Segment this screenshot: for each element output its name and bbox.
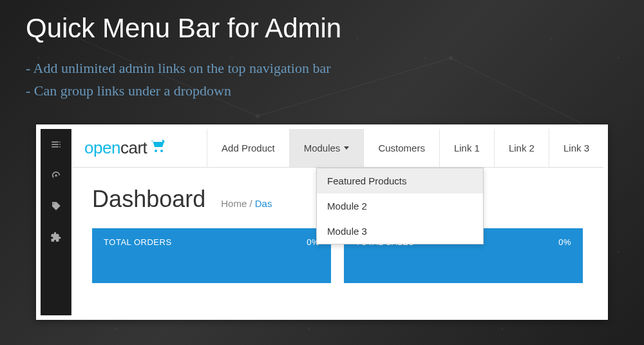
dropdown-item-module-3[interactable]: Module 3 bbox=[317, 219, 483, 244]
gauge-icon bbox=[50, 170, 62, 181]
main-panel: opencart Add Product Modules Customers L… bbox=[71, 129, 603, 315]
nav-link-3[interactable]: Link 3 bbox=[549, 129, 603, 167]
feature-list: - Add unlimited admin links on the top n… bbox=[0, 50, 644, 115]
breadcrumb-home[interactable]: Home bbox=[221, 198, 247, 209]
tag-icon bbox=[50, 201, 62, 212]
nav-label: Add Product bbox=[222, 143, 275, 153]
nav-add-product[interactable]: Add Product bbox=[207, 129, 289, 167]
nav-label: Modules bbox=[304, 143, 341, 153]
nav-label: Customers bbox=[378, 143, 425, 153]
stat-label: TOTAL ORDERS bbox=[104, 237, 171, 247]
sidebar-item-dashboard[interactable] bbox=[41, 160, 71, 191]
feature-item: - Add unlimited admin links on the top n… bbox=[26, 57, 618, 79]
sidebar-item-catalog[interactable] bbox=[41, 191, 71, 222]
sidebar-item-extensions[interactable] bbox=[41, 222, 71, 253]
puzzle-icon bbox=[50, 232, 62, 243]
sidebar-toggle[interactable] bbox=[41, 129, 71, 160]
menu-icon bbox=[50, 139, 62, 150]
feature-item: - Can group links under a dropdown bbox=[26, 79, 618, 102]
nav-customers[interactable]: Customers bbox=[363, 129, 439, 167]
page-heading: Dashboard bbox=[92, 186, 205, 213]
svg-point-8 bbox=[155, 150, 157, 152]
dropdown-item-module-2[interactable]: Module 2 bbox=[317, 193, 483, 219]
stat-total-orders[interactable]: TOTAL ORDERS 0% bbox=[92, 228, 331, 283]
breadcrumb: Home / Das bbox=[221, 198, 272, 209]
promo-title: Quick Menu Bar for Admin bbox=[0, 0, 644, 50]
breadcrumb-current[interactable]: Das bbox=[255, 198, 272, 209]
nav-label: Link 2 bbox=[509, 143, 535, 153]
stat-percent: 0% bbox=[558, 237, 571, 247]
nav-label: Link 3 bbox=[564, 143, 589, 153]
topbar: opencart Add Product Modules Customers L… bbox=[71, 129, 603, 168]
svg-point-9 bbox=[160, 150, 163, 152]
nav-link-2[interactable]: Link 2 bbox=[494, 129, 549, 167]
admin-screenshot: opencart Add Product Modules Customers L… bbox=[36, 124, 608, 320]
modules-dropdown: Featured Products Module 2 Module 3 bbox=[316, 168, 484, 244]
chevron-down-icon bbox=[344, 146, 349, 150]
cart-icon bbox=[149, 139, 167, 157]
nav-label: Link 1 bbox=[454, 143, 480, 153]
brand-logo[interactable]: opencart bbox=[71, 129, 207, 167]
dropdown-item-featured[interactable]: Featured Products bbox=[317, 168, 483, 193]
logo-text: opencart bbox=[84, 138, 147, 158]
admin-sidebar bbox=[41, 129, 71, 315]
nav-link-1[interactable]: Link 1 bbox=[439, 129, 494, 167]
nav-modules[interactable]: Modules bbox=[289, 129, 364, 167]
nav-items: Add Product Modules Customers Link 1 Lin… bbox=[207, 129, 603, 167]
